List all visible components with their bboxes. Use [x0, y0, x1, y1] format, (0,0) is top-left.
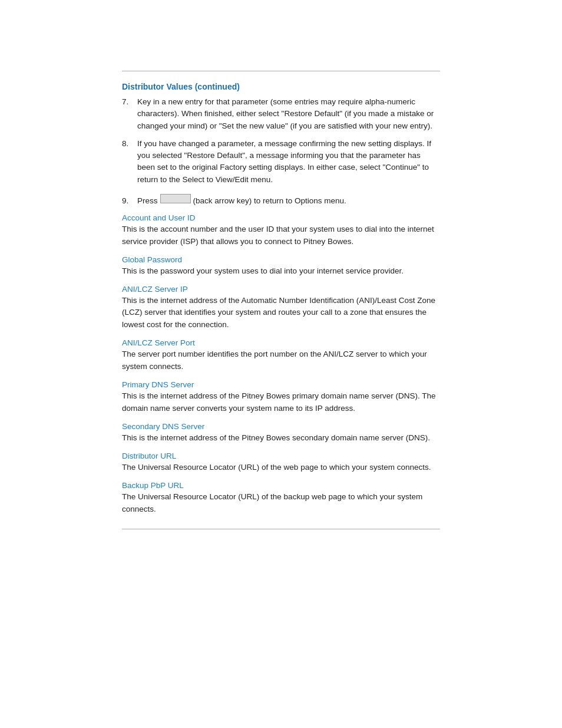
press-line: 9. Press (back arrow key) to return to O… — [122, 194, 440, 205]
subsection-body: This is the password your system uses to… — [122, 265, 440, 278]
subsection-title: ANI/LCZ Server IP — [122, 285, 440, 294]
press-suffix: (back arrow key) to return to Options me… — [193, 196, 440, 205]
section-title: Distributor Values (continued) — [122, 82, 440, 91]
content-area: Distributor Values (continued) 7. Key in… — [122, 0, 440, 529]
subsection-body: The Universal Resource Locator (URL) of … — [122, 462, 440, 474]
top-divider — [122, 71, 440, 71]
subsection-body: The server port number identifies the po… — [122, 348, 440, 373]
item-text: If you have changed a parameter, a messa… — [137, 138, 440, 186]
subsection-primary-dns-server: Primary DNS Server This is the internet … — [122, 380, 440, 415]
subsection-body: This is the account number and the user … — [122, 223, 440, 248]
page: Distributor Values (continued) 7. Key in… — [0, 0, 562, 728]
subsection-title: Account and User ID — [122, 213, 440, 222]
subsection-distributor-url: Distributor URL The Universal Resource L… — [122, 452, 440, 474]
list-item: 8. If you have changed a parameter, a me… — [122, 138, 440, 186]
item-number: 8. — [122, 138, 133, 186]
numbered-list: 7. Key in a new entry for that parameter… — [122, 96, 440, 186]
subsection-ani-lcz-server-port: ANI/LCZ Server Port The server port numb… — [122, 338, 440, 373]
subsection-title: Primary DNS Server — [122, 380, 440, 389]
subsection-global-password: Global Password This is the password you… — [122, 255, 440, 278]
subsection-body: The Universal Resource Locator (URL) of … — [122, 491, 440, 516]
subsection-title: Secondary DNS Server — [122, 422, 440, 431]
subsection-body: This is the internet address of the Pitn… — [122, 390, 440, 415]
press-number: 9. — [122, 196, 137, 205]
subsection-title: ANI/LCZ Server Port — [122, 338, 440, 347]
subsection-body: This is the internet address of the Pitn… — [122, 432, 440, 444]
subsection-ani-lcz-server-ip: ANI/LCZ Server IP This is the internet a… — [122, 285, 440, 332]
bottom-divider — [122, 529, 440, 529]
back-arrow-key — [160, 194, 191, 203]
subsection-title: Backup PbP URL — [122, 481, 440, 490]
subsection-secondary-dns-server: Secondary DNS Server This is the interne… — [122, 422, 440, 444]
item-number: 7. — [122, 96, 133, 132]
subsection-backup-pbp-url: Backup PbP URL The Universal Resource Lo… — [122, 481, 440, 516]
subsection-body: This is the internet address of the Auto… — [122, 295, 440, 332]
subsections-container: Account and User ID This is the account … — [122, 213, 440, 516]
subsection-title: Global Password — [122, 255, 440, 264]
list-item: 7. Key in a new entry for that parameter… — [122, 96, 440, 132]
subsection-title: Distributor URL — [122, 452, 440, 460]
item-text: Key in a new entry for that parameter (s… — [137, 96, 440, 132]
subsection-account-user-id: Account and User ID This is the account … — [122, 213, 440, 248]
press-label: Press — [137, 196, 158, 205]
